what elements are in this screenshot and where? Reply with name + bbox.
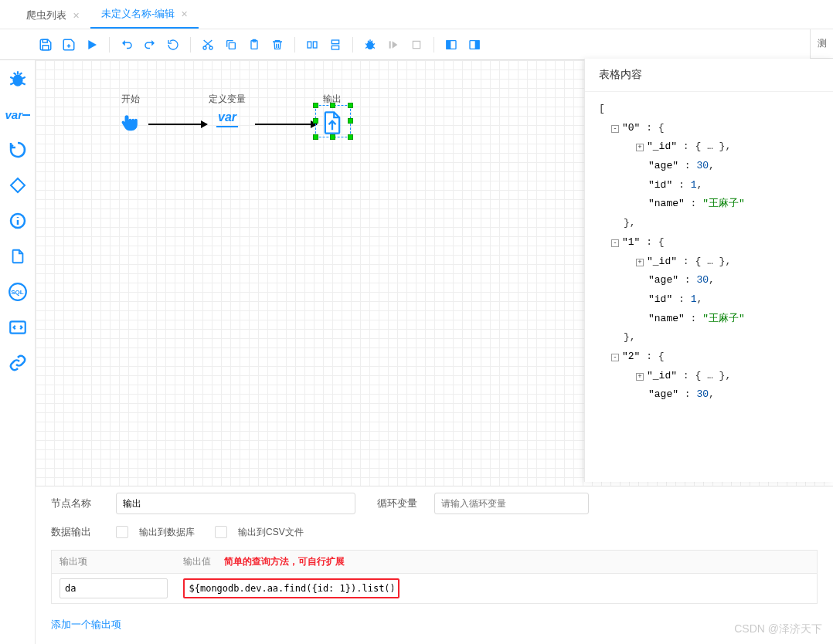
var-icon[interactable]: var: [5, 102, 30, 127]
output-value-input[interactable]: [183, 578, 400, 598]
sql-icon[interactable]: SQL: [5, 280, 30, 304]
code-icon[interactable]: [5, 315, 30, 340]
collapse-icon[interactable]: -: [611, 239, 619, 247]
tab-bar: 爬虫列表 ✕ 未定义名称-编辑 ✕: [0, 0, 833, 29]
copy-icon[interactable]: [221, 35, 241, 55]
save-as-icon[interactable]: [59, 35, 79, 55]
output-item-input[interactable]: [60, 578, 168, 598]
svg-rect-15: [447, 40, 450, 49]
tab-editor[interactable]: 未定义名称-编辑 ✕: [90, 0, 199, 29]
node-label: 开始: [117, 93, 144, 106]
node-define-var[interactable]: 定义变量 var: [209, 93, 246, 127]
separator: [294, 37, 295, 53]
undo-icon[interactable]: [117, 35, 137, 55]
separator: [352, 37, 353, 53]
hand-icon: [117, 110, 144, 134]
arrange-v-icon[interactable]: [325, 35, 345, 55]
stop-icon[interactable]: [406, 35, 427, 55]
expand-icon[interactable]: +: [636, 259, 644, 266]
separator: [434, 37, 434, 53]
node-palette: var SQL: [0, 60, 36, 644]
col-output-item: 输出项: [52, 551, 175, 574]
info-icon[interactable]: [5, 208, 30, 233]
loop-var-input[interactable]: [434, 493, 589, 514]
layout-left-icon[interactable]: [441, 35, 461, 55]
svg-rect-7: [308, 42, 311, 48]
bug-icon[interactable]: [5, 66, 30, 91]
paste-icon[interactable]: [244, 35, 264, 55]
expand-icon[interactable]: +: [636, 373, 644, 381]
arrange-h-icon[interactable]: [302, 35, 322, 55]
svg-point-11: [367, 41, 374, 49]
link-icon[interactable]: [5, 351, 30, 375]
loop-var-label: 循环变量: [377, 497, 423, 510]
node-name-label: 节点名称: [51, 497, 105, 510]
separator: [190, 37, 191, 53]
svg-rect-12: [389, 41, 391, 48]
svg-rect-17: [475, 40, 479, 49]
watermark: CSDN @泽济天下: [734, 622, 822, 636]
save-icon[interactable]: [36, 35, 56, 55]
collapse-icon[interactable]: -: [611, 354, 619, 361]
out-csv-label: 输出到CSV文件: [238, 526, 304, 539]
svg-rect-1: [42, 45, 49, 49]
annotation-note: 简单的查询方法，可自行扩展: [213, 556, 345, 567]
svg-point-3: [209, 46, 212, 49]
svg-rect-8: [313, 42, 317, 48]
svg-rect-4: [229, 42, 235, 49]
tab-label: 未定义名称-编辑: [101, 7, 175, 21]
separator: [109, 37, 110, 53]
svg-rect-13: [413, 41, 420, 48]
resume-icon[interactable]: [163, 35, 183, 55]
data-out-label: 数据输出: [51, 525, 105, 539]
tab-crawler-list[interactable]: 爬虫列表 ✕: [15, 1, 90, 29]
step-icon[interactable]: [383, 35, 403, 55]
output-table: 输出项 输出值 简单的查询方法，可自行扩展: [51, 550, 818, 604]
toolbar: [0, 29, 833, 60]
debug-icon[interactable]: [360, 35, 380, 55]
cut-icon[interactable]: [198, 35, 218, 55]
svg-point-2: [203, 46, 206, 49]
condition-icon[interactable]: [5, 173, 30, 198]
svg-rect-10: [332, 46, 338, 49]
right-tab-stub[interactable]: 测: [810, 29, 833, 59]
redo-icon[interactable]: [140, 35, 160, 55]
node-start[interactable]: 开始: [117, 93, 144, 136]
out-csv-checkbox[interactable]: [215, 526, 227, 538]
result-title: 表格内容: [585, 59, 833, 92]
edge[interactable]: [255, 124, 317, 125]
file-icon[interactable]: [5, 244, 30, 269]
col-output-value: 输出值 简单的查询方法，可自行扩展: [175, 551, 818, 574]
table-row: [52, 574, 818, 604]
layout-right-icon[interactable]: [464, 35, 484, 55]
node-name-input[interactable]: [116, 493, 355, 514]
result-panel: 表格内容 [ -"0" : { +"_id" : { … }, "age" : …: [584, 59, 833, 482]
edge[interactable]: [148, 124, 207, 125]
svg-point-18: [12, 75, 22, 86]
loop-icon[interactable]: [5, 137, 30, 162]
json-tree[interactable]: [ -"0" : { +"_id" : { … }, "age" : 30, "…: [585, 92, 833, 482]
tab-label: 爬虫列表: [26, 8, 66, 22]
close-icon[interactable]: ✕: [73, 11, 80, 21]
node-output[interactable]: 输出: [321, 93, 343, 137]
out-db-label: 输出到数据库: [139, 526, 195, 539]
expand-icon[interactable]: +: [636, 144, 644, 151]
var-icon: var: [216, 110, 238, 127]
out-db-checkbox[interactable]: [116, 526, 128, 538]
add-output-link[interactable]: 添加一个输出项: [51, 615, 818, 635]
collapse-icon[interactable]: -: [611, 125, 619, 133]
close-icon[interactable]: ✕: [181, 9, 188, 19]
svg-rect-9: [332, 40, 338, 44]
node-label: 定义变量: [209, 93, 246, 106]
properties-panel: 节点名称 循环变量 数据输出 输出到数据库 输出到CSV文件 输出项: [36, 486, 833, 644]
svg-rect-0: [42, 39, 47, 42]
delete-icon[interactable]: [267, 35, 287, 55]
play-icon[interactable]: [82, 35, 102, 55]
